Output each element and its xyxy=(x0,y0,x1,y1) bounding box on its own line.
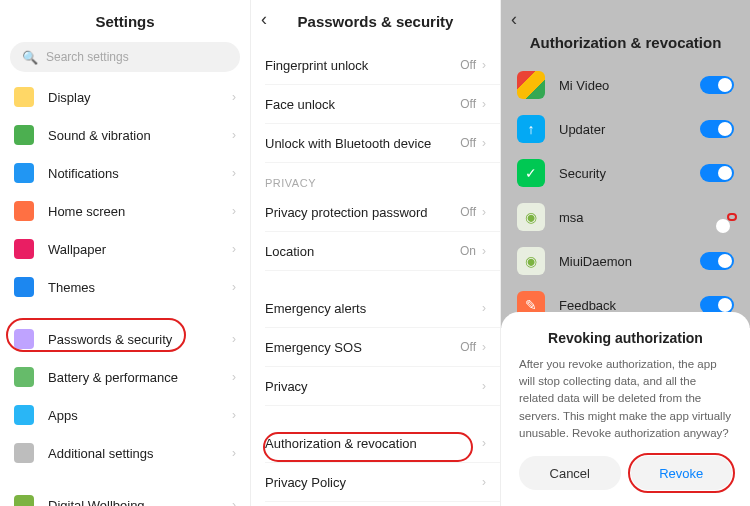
settings-item-apps[interactable]: Apps › xyxy=(0,396,250,434)
highlight-msa-toggle xyxy=(727,213,737,221)
chevron-right-icon: › xyxy=(232,90,236,104)
updater-icon: ↑ xyxy=(517,115,545,143)
setting-row-label: Privacy xyxy=(265,379,482,394)
setting-row-unlock-with-bluetooth-device[interactable]: Unlock with Bluetooth device Off › xyxy=(251,124,500,162)
revoke-button[interactable]: Revoke xyxy=(631,456,733,490)
setting-row-privacy-policy[interactable]: Privacy Policy › xyxy=(251,463,500,501)
chevron-right-icon: › xyxy=(232,370,236,384)
settings-item-notifications[interactable]: Notifications › xyxy=(0,154,250,192)
setting-row-label: Privacy protection password xyxy=(265,205,460,220)
sun-icon xyxy=(14,87,34,107)
setting-row-label: Emergency alerts xyxy=(265,301,482,316)
wellbeing-icon xyxy=(14,495,34,506)
setting-row-label: Fingerprint unlock xyxy=(265,58,460,73)
app-row-label: Feedback xyxy=(559,298,700,313)
setting-row-label: Emergency SOS xyxy=(265,340,460,355)
chevron-right-icon: › xyxy=(232,204,236,218)
app-row-label: Updater xyxy=(559,122,700,137)
app-row-mi-video[interactable]: Mi Video xyxy=(501,63,750,107)
toggle-switch[interactable] xyxy=(700,76,734,94)
setting-row-privacy[interactable]: Privacy › xyxy=(251,367,500,405)
cancel-button[interactable]: Cancel xyxy=(519,456,621,490)
search-placeholder: Search settings xyxy=(46,50,129,64)
chevron-right-icon: › xyxy=(482,136,486,150)
search-icon: 🔍 xyxy=(22,50,38,65)
android-icon: ◉ xyxy=(517,247,545,275)
setting-row-status: Off xyxy=(460,58,476,72)
setting-row-authorization-revocation[interactable]: Authorization & revocation › xyxy=(251,424,500,462)
chevron-right-icon: › xyxy=(482,475,486,489)
chevron-right-icon: › xyxy=(232,446,236,460)
chevron-right-icon: › xyxy=(482,58,486,72)
chevron-right-icon: › xyxy=(232,166,236,180)
setting-row-fingerprint-unlock[interactable]: Fingerprint unlock Off › xyxy=(251,46,500,84)
chevron-right-icon: › xyxy=(482,244,486,258)
authorization-revocation-panel: ‹ Authorization & revocation Mi Video ↑ … xyxy=(500,0,750,506)
setting-row-status: Off xyxy=(460,136,476,150)
home-icon xyxy=(14,201,34,221)
dialog-body: After you revoke authorization, the app … xyxy=(519,356,732,442)
setting-row-emergency-alerts[interactable]: Emergency alerts › xyxy=(251,289,500,327)
fingerprint-icon xyxy=(14,329,34,349)
toggle-switch[interactable] xyxy=(700,164,734,182)
chevron-right-icon: › xyxy=(482,340,486,354)
setting-row-emergency-sos[interactable]: Emergency SOS Off › xyxy=(251,328,500,366)
settings-item-display[interactable]: Display › xyxy=(0,78,250,116)
revoke-dialog: Revoking authorization After you revoke … xyxy=(501,312,750,506)
settings-item-label: Display xyxy=(48,90,232,105)
settings-item-themes[interactable]: Themes › xyxy=(0,268,250,306)
passwords-security-title: Passwords & security xyxy=(251,0,500,34)
settings-item-home-screen[interactable]: Home screen › xyxy=(0,192,250,230)
settings-panel: Settings 🔍 Search settings Display › Sou… xyxy=(0,0,250,506)
settings-item-label: Wallpaper xyxy=(48,242,232,257)
shield-icon: ✓ xyxy=(517,159,545,187)
toggle-switch[interactable] xyxy=(700,252,734,270)
play-icon xyxy=(517,71,545,99)
setting-row-status: Off xyxy=(460,97,476,111)
chevron-right-icon: › xyxy=(482,379,486,393)
app-row-label: MiuiDaemon xyxy=(559,254,700,269)
chevron-right-icon: › xyxy=(482,97,486,111)
passwords-security-panel: ‹ Passwords & security Fingerprint unloc… xyxy=(250,0,500,506)
settings-item-label: Themes xyxy=(48,280,232,295)
notifications-icon xyxy=(14,163,34,183)
settings-item-label: Passwords & security xyxy=(48,332,232,347)
settings-item-sound-vibration[interactable]: Sound & vibration › xyxy=(0,116,250,154)
app-row-label: msa xyxy=(559,210,730,225)
setting-row-face-unlock[interactable]: Face unlock Off › xyxy=(251,85,500,123)
setting-row-privacy-protection-password[interactable]: Privacy protection password Off › xyxy=(251,193,500,231)
settings-item-additional-settings[interactable]: Additional settings › xyxy=(0,434,250,472)
chevron-right-icon: › xyxy=(232,280,236,294)
chevron-right-icon: › xyxy=(232,242,236,256)
chevron-right-icon: › xyxy=(482,301,486,315)
settings-item-label: Digital Wellbeing xyxy=(48,498,232,507)
settings-item-label: Sound & vibration xyxy=(48,128,232,143)
setting-row-location[interactable]: Location On › xyxy=(251,232,500,270)
wallpaper-icon xyxy=(14,239,34,259)
settings-item-wallpaper[interactable]: Wallpaper › xyxy=(0,230,250,268)
app-row-security[interactable]: ✓ Security xyxy=(501,151,750,195)
setting-row-label: Authorization & revocation xyxy=(265,436,482,451)
app-row-msa[interactable]: ◉ msa xyxy=(501,195,750,239)
settings-item-battery-performance[interactable]: Battery & performance › xyxy=(0,358,250,396)
settings-item-label: Battery & performance xyxy=(48,370,232,385)
privacy-section-label: PRIVACY xyxy=(251,163,500,193)
settings-title: Settings xyxy=(0,0,250,34)
search-input[interactable]: 🔍 Search settings xyxy=(10,42,240,72)
sound-icon xyxy=(14,125,34,145)
settings-item-passwords-security[interactable]: Passwords & security › xyxy=(0,320,250,358)
settings-item-digital-wellbeing[interactable]: Digital Wellbeing › xyxy=(0,486,250,506)
chevron-right-icon: › xyxy=(232,128,236,142)
back-icon[interactable]: ‹ xyxy=(261,9,267,30)
setting-row-label: Privacy Policy xyxy=(265,475,482,490)
app-row-miuidaemon[interactable]: ◉ MiuiDaemon xyxy=(501,239,750,283)
setting-row-status: Off xyxy=(460,205,476,219)
setting-row-status: On xyxy=(460,244,476,258)
chevron-right-icon: › xyxy=(232,332,236,346)
app-row-updater[interactable]: ↑ Updater xyxy=(501,107,750,151)
toggle-switch[interactable] xyxy=(700,120,734,138)
chevron-right-icon: › xyxy=(232,408,236,422)
chevron-right-icon: › xyxy=(232,498,236,506)
app-row-label: Mi Video xyxy=(559,78,700,93)
settings-item-label: Additional settings xyxy=(48,446,232,461)
